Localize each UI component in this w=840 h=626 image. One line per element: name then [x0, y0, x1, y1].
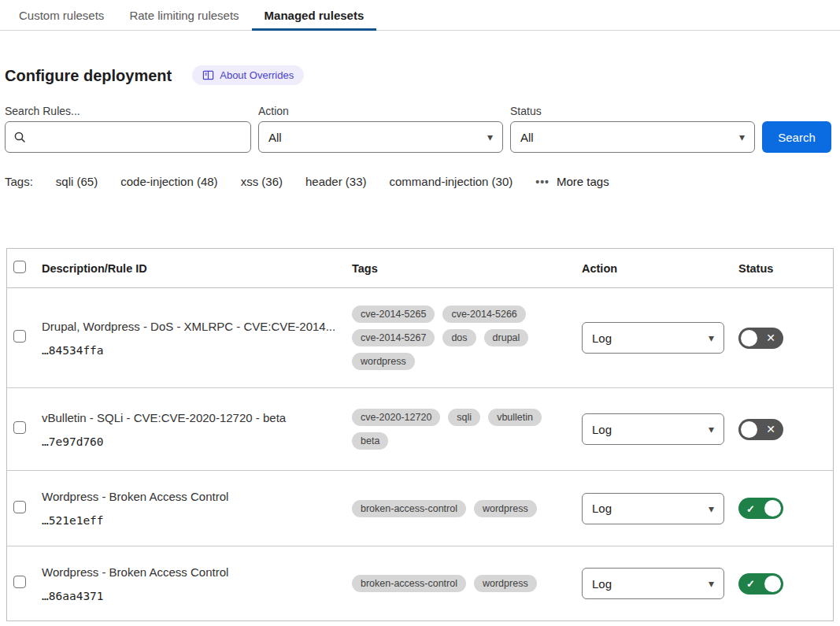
- table-row: Wordpress - Broken Access Control …86aa4…: [7, 546, 833, 621]
- tags-bar-label: Tags:: [5, 175, 33, 188]
- tag-pill: cve-2014-5265: [352, 306, 435, 323]
- search-rules-label: Search Rules...: [5, 105, 251, 117]
- toggle-knob: [764, 576, 781, 592]
- rule-tags: broken-access-controlwordpress: [352, 500, 582, 517]
- rule-tags: cve-2020-12720sqlivbulletinbeta: [352, 409, 582, 450]
- rule-description[interactable]: Wordpress - Broken Access Control: [42, 565, 336, 579]
- rule-tags: broken-access-controlwordpress: [352, 575, 582, 592]
- ruleset-tabs: Custom rulesets Rate limiting rulesets M…: [0, 0, 840, 31]
- rule-tags: cve-2014-5265cve-2014-5266cve-2014-5267d…: [352, 306, 582, 370]
- chevron-down-icon: ▾: [709, 424, 714, 435]
- chevron-down-icon: ▾: [709, 578, 714, 589]
- tag-filter-link[interactable]: header (33): [305, 175, 367, 188]
- column-header-description: Description/Rule ID: [42, 262, 352, 275]
- chevron-down-icon: ▾: [739, 131, 745, 143]
- search-button[interactable]: Search: [762, 121, 831, 153]
- status-filter-select[interactable]: All ▾: [510, 121, 755, 153]
- chevron-down-icon: ▾: [487, 131, 493, 143]
- x-icon: ✕: [766, 424, 775, 435]
- about-overrides-label: About Overrides: [220, 69, 294, 81]
- rule-status-toggle[interactable]: ✓ ✕: [738, 498, 783, 519]
- search-icon: [13, 131, 26, 143]
- column-header-status: Status: [738, 262, 833, 275]
- rule-action-value: Log: [592, 332, 612, 345]
- x-icon: ✕: [766, 332, 775, 343]
- rule-action-value: Log: [592, 502, 612, 515]
- tag-pill: wordpress: [474, 500, 537, 517]
- check-icon: ✓: [746, 503, 755, 513]
- rule-status-toggle[interactable]: ✓ ✕: [738, 328, 783, 349]
- managed-rulesets-panel: Configure deployment About Overrides Sea…: [0, 65, 840, 621]
- action-filter-value: All: [268, 131, 282, 144]
- rule-description[interactable]: Wordpress - Broken Access Control: [42, 490, 336, 503]
- book-icon: [202, 69, 214, 81]
- tag-pill: broken-access-control: [352, 575, 466, 592]
- search-rules-input[interactable]: [32, 131, 242, 144]
- table-row: vBulletin - SQLi - CVE:CVE-2020-12720 - …: [7, 388, 833, 471]
- rule-id: …521e1eff: [42, 514, 336, 527]
- rule-action-value: Log: [592, 577, 612, 591]
- table-row: Wordpress - Broken Access Control …521e1…: [7, 471, 833, 546]
- rule-action-select[interactable]: Log ▾: [582, 413, 724, 445]
- rule-description[interactable]: Drupal, Wordpress - DoS - XMLRPC - CVE:C…: [42, 320, 336, 333]
- tag-pill: cve-2020-12720: [352, 409, 440, 426]
- rule-id: …7e97d760: [42, 435, 336, 448]
- tag-pill: sqli: [448, 409, 480, 426]
- tags-list: sqli (65)code-injection (48)xss (36)head…: [56, 175, 513, 188]
- tag-filter-link[interactable]: code-injection (48): [120, 175, 217, 188]
- column-header-action: Action: [582, 262, 738, 275]
- row-checkbox[interactable]: [13, 330, 26, 343]
- more-tags-button[interactable]: ••• More tags: [535, 175, 609, 188]
- tag-pill: wordpress: [474, 575, 537, 592]
- row-checkbox[interactable]: [13, 576, 26, 588]
- tag-pill: broken-access-control: [352, 500, 466, 517]
- chevron-down-icon: ▾: [709, 332, 714, 343]
- toggle-knob: [741, 330, 757, 346]
- tab-custom-rulesets[interactable]: Custom rulesets: [6, 0, 117, 31]
- tag-filter-link[interactable]: command-injection (30): [390, 175, 513, 188]
- column-header-tags: Tags: [352, 262, 582, 275]
- ellipsis-icon: •••: [535, 176, 550, 188]
- table-row: Drupal, Wordpress - DoS - XMLRPC - CVE:C…: [7, 288, 833, 388]
- table-header: Description/Rule ID Tags Action Status: [7, 249, 833, 288]
- chevron-down-icon: ▾: [709, 503, 714, 514]
- rule-action-select[interactable]: Log ▾: [582, 322, 724, 354]
- status-filter-value: All: [520, 131, 534, 144]
- table-body: Drupal, Wordpress - DoS - XMLRPC - CVE:C…: [7, 288, 833, 621]
- action-filter-label: Action: [258, 105, 503, 117]
- toggle-knob: [741, 421, 757, 438]
- rule-description[interactable]: vBulletin - SQLi - CVE:CVE-2020-12720 - …: [42, 411, 336, 424]
- tag-pill: drupal: [484, 329, 529, 346]
- select-all-checkbox[interactable]: [13, 261, 26, 273]
- action-filter-select[interactable]: All ▾: [258, 121, 503, 153]
- tag-pill: wordpress: [352, 353, 415, 370]
- search-rules-box: [5, 121, 251, 153]
- rules-table: Description/Rule ID Tags Action Status D…: [6, 248, 834, 621]
- rule-action-value: Log: [592, 423, 612, 436]
- check-icon: ✓: [746, 579, 755, 589]
- tag-pill: cve-2014-5267: [352, 329, 435, 346]
- more-tags-label: More tags: [557, 175, 609, 188]
- tag-pill: cve-2014-5266: [442, 306, 525, 323]
- tag-pill: vbulletin: [488, 409, 542, 426]
- rule-status-toggle[interactable]: ✓ ✕: [738, 419, 783, 440]
- page-title: Configure deployment: [5, 67, 172, 84]
- tags-bar: Tags: sqli (65)code-injection (48)xss (3…: [5, 175, 835, 188]
- rule-id: …84534ffa: [42, 344, 336, 357]
- status-filter-label: Status: [510, 105, 755, 117]
- row-checkbox[interactable]: [13, 501, 26, 513]
- rule-action-select[interactable]: Log ▾: [582, 568, 724, 599]
- row-checkbox[interactable]: [13, 421, 26, 434]
- rule-status-toggle[interactable]: ✓ ✕: [738, 573, 783, 595]
- tag-filter-link[interactable]: sqli (65): [56, 175, 98, 188]
- tab-managed-rulesets[interactable]: Managed rulesets: [252, 0, 377, 31]
- filter-bar: Search Rules... Action All ▾ Status: [5, 105, 835, 153]
- about-overrides-link[interactable]: About Overrides: [192, 65, 304, 85]
- tag-pill: beta: [352, 432, 388, 450]
- toggle-knob: [764, 500, 781, 517]
- tag-filter-link[interactable]: xss (36): [241, 175, 283, 188]
- rule-action-select[interactable]: Log ▾: [582, 493, 724, 524]
- rule-id: …86aa4371: [42, 590, 336, 602]
- tag-pill: dos: [442, 329, 476, 346]
- tab-rate-limiting-rulesets[interactable]: Rate limiting rulesets: [117, 0, 251, 31]
